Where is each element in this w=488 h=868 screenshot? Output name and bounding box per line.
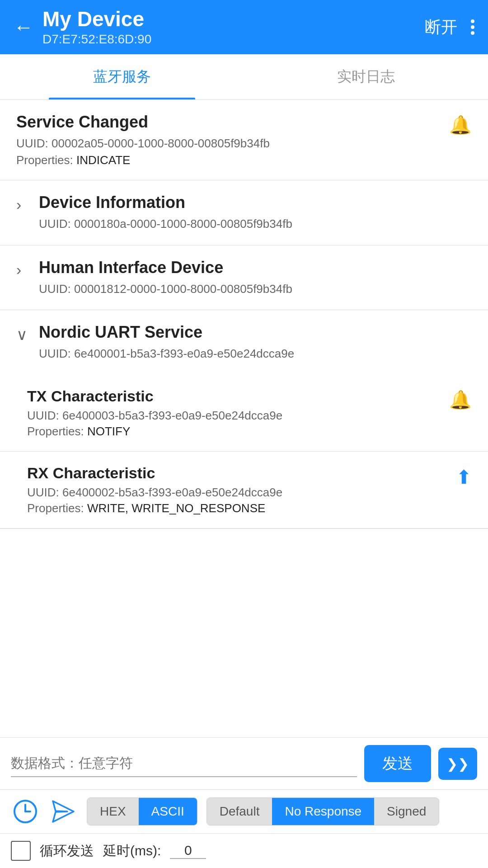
rx-characteristic-props: Properties: WRITE, WRITE_NO_RESPONSE [27,501,456,515]
device-information-header[interactable]: › Device Information UUID: 0000180a-0000… [0,180,488,245]
nordic-uart-service-info: Nordic UART Service UUID: 6e400001-b5a3-… [39,323,472,362]
input-row: 发送 ❯❯ [0,738,488,790]
tx-characteristic-name: TX Characteristic [27,387,449,405]
response-toggle-group: Default No Response Signed [206,797,440,826]
cycle-row: 循环发送 延时(ms): [0,834,488,868]
signed-button[interactable]: Signed [374,798,439,825]
ascii-button[interactable]: ASCII [139,798,197,825]
human-interface-device-left: › Human Interface Device UUID: 00001812-… [16,258,472,297]
human-interface-device-name: Human Interface Device [39,258,472,277]
disconnect-button[interactable]: 断开 [425,16,457,38]
hex-button[interactable]: HEX [87,798,139,825]
rx-characteristic-uuid: UUID: 6e400002-b5a3-f393-e0a9-e50e24dcca… [27,486,456,500]
send-icon [51,799,75,824]
more-menu-button[interactable] [471,19,474,35]
service-changed-props: Properties: INDICATE [16,153,449,167]
svg-marker-3 [53,801,74,822]
tab-realtime-log[interactable]: 实时日志 [244,54,488,99]
dot3 [471,31,474,35]
data-input[interactable] [11,750,357,777]
dot2 [471,25,474,29]
app-header: ← My Device D7:E7:52:E8:6D:90 断开 [0,0,488,54]
rx-characteristic-item: RX Characteristic UUID: 6e400002-b5a3-f3… [0,452,488,528]
service-changed-info: Service Changed UUID: 00002a05-0000-1000… [16,113,449,167]
send-button[interactable]: 发送 [364,745,431,782]
expand-button[interactable]: ❯❯ [438,748,477,780]
device-information-left: › Device Information UUID: 0000180a-0000… [16,193,472,232]
clock-icon [13,799,38,824]
tx-characteristic-props: Properties: NOTIFY [27,425,449,439]
chevron-down-icon: ❯❯ [446,756,469,771]
nordic-uart-service-section: ∨ Nordic UART Service UUID: 6e400001-b5a… [0,310,488,528]
header-left: ← My Device D7:E7:52:E8:6D:90 [14,8,151,47]
device-address: D7:E7:52:E8:6D:90 [42,32,151,47]
device-information-uuid: UUID: 0000180a-0000-1000-8000-00805f9b34… [39,216,472,232]
service-changed-left: Service Changed UUID: 00002a05-0000-1000… [16,113,449,167]
human-interface-device-uuid: UUID: 00001812-0000-1000-8000-00805f9b34… [39,281,472,297]
no-response-button[interactable]: No Response [272,798,374,825]
cycle-send-label: 循环发送 [40,842,94,860]
tx-characteristic-uuid: UUID: 6e400003-b5a3-f393-e0a9-e50e24dcca… [27,409,449,423]
dot1 [471,19,474,23]
header-title-block: My Device D7:E7:52:E8:6D:90 [42,8,151,47]
tx-characteristic-info: TX Characteristic UUID: 6e400003-b5a3-f3… [27,387,449,439]
device-information-chevron: › [16,196,30,213]
human-interface-device-header[interactable]: › Human Interface Device UUID: 00001812-… [0,245,488,310]
device-information-info: Device Information UUID: 0000180a-0000-1… [39,193,472,232]
history-button[interactable] [11,797,40,826]
rx-characteristic-upload-icon[interactable]: ⬆ [456,466,472,488]
rx-characteristic-section: RX Characteristic UUID: 6e400002-b5a3-f3… [0,452,488,528]
tx-characteristic-item: TX Characteristic UUID: 6e400003-b5a3-f3… [0,375,488,451]
nordic-uart-service-header[interactable]: ∨ Nordic UART Service UUID: 6e400001-b5a… [0,310,488,374]
back-button[interactable]: ← [14,16,33,38]
service-changed-uuid: UUID: 00002a05-0000-1000-8000-00805f9b34… [16,135,449,151]
service-changed-name: Service Changed [16,113,449,132]
tab-bar: 蓝牙服务 实时日志 [0,54,488,100]
rx-characteristic-info: RX Characteristic UUID: 6e400002-b5a3-f3… [27,464,456,515]
delay-label: 延时(ms): [103,842,161,860]
send-outline-button[interactable] [49,797,78,826]
nordic-uart-service-chevron: ∨ [16,326,30,344]
service-changed-header: Service Changed UUID: 00002a05-0000-1000… [0,100,488,180]
human-interface-device-info: Human Interface Device UUID: 00001812-00… [39,258,472,297]
default-button[interactable]: Default [207,798,272,825]
service-changed-bell-icon[interactable]: 🔔 [449,114,472,136]
tab-bluetooth-services[interactable]: 蓝牙服务 [0,54,244,99]
input-area: 发送 ❯❯ HEX ASCII Default No R [0,737,488,868]
tx-characteristic-bell-icon[interactable]: 🔔 [449,389,472,410]
tx-characteristic-section: TX Characteristic UUID: 6e400003-b5a3-f3… [0,375,488,452]
service-changed-section: Service Changed UUID: 00002a05-0000-1000… [0,100,488,180]
options-row: HEX ASCII Default No Response Signed [0,790,488,834]
device-name: My Device [42,8,151,31]
human-interface-device-section: › Human Interface Device UUID: 00001812-… [0,245,488,310]
cycle-send-checkbox[interactable] [11,841,31,861]
delay-input[interactable] [170,843,206,859]
nordic-uart-service-name: Nordic UART Service [39,323,472,342]
device-information-section: › Device Information UUID: 0000180a-0000… [0,180,488,245]
nordic-uart-service-left: ∨ Nordic UART Service UUID: 6e400001-b5a… [16,323,472,362]
nordic-uart-service-uuid: UUID: 6e400001-b5a3-f393-e0a9-e50e24dcca… [39,345,472,362]
human-interface-device-chevron: › [16,261,30,278]
rx-characteristic-name: RX Characteristic [27,464,456,482]
format-toggle-group: HEX ASCII [87,797,197,826]
device-information-name: Device Information [39,193,472,212]
header-right: 断开 [425,16,474,38]
